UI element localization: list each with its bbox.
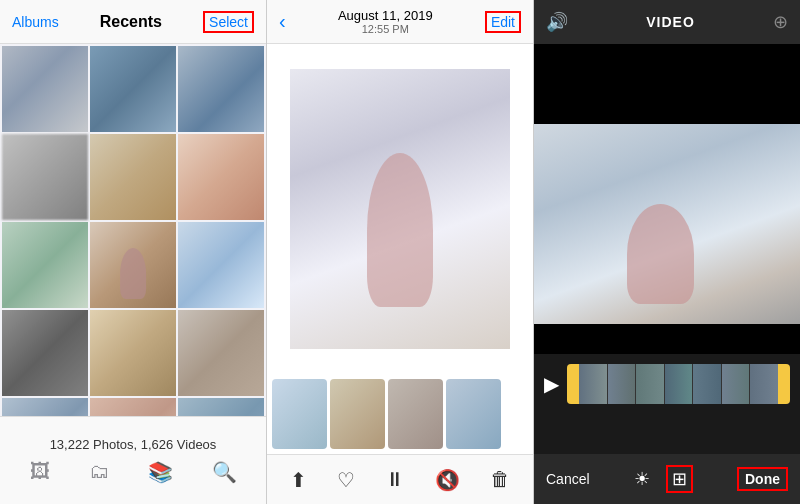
timeline-row: ▶ [544, 364, 790, 404]
photo-thumb-9[interactable] [178, 222, 264, 308]
frame-2 [608, 364, 636, 404]
frame-3 [636, 364, 664, 404]
tab-search[interactable]: 🔍 [212, 460, 237, 484]
tab-photos[interactable]: 🖼 [30, 460, 50, 484]
frame-4 [665, 364, 693, 404]
photos-tab-icon: 🖼 [30, 460, 50, 483]
brightness-icon[interactable]: ☀ [634, 468, 650, 490]
search-tab-icon: 🔍 [212, 460, 237, 484]
video-controls: ▶ [534, 354, 800, 454]
delete-icon[interactable]: 🗑 [490, 468, 510, 491]
pause-icon[interactable]: ⏸ [385, 468, 405, 491]
play-button[interactable]: ▶ [544, 372, 559, 396]
photo-thumb-3[interactable] [178, 46, 264, 132]
panel3-footer: Cancel ☀ ⊞ Done [534, 454, 800, 504]
photo-thumb-11[interactable] [90, 310, 176, 396]
bottom-tabs: 🖼 🗂 📚 🔍 [0, 460, 266, 484]
photo-thumb-13[interactable] [2, 398, 88, 416]
photo-thumb-15[interactable] [178, 398, 264, 416]
cancel-button[interactable]: Cancel [546, 471, 590, 487]
frame-7 [750, 364, 778, 404]
crop-icon[interactable]: ⊞ [666, 465, 693, 493]
mute-icon[interactable]: 🔇 [435, 468, 460, 492]
photo-thumb-12[interactable] [178, 310, 264, 396]
video-editor-panel: 🔊 VIDEO ⊕ ▶ Can [534, 0, 800, 504]
video-preview [534, 124, 800, 324]
photo-thumb-1[interactable] [2, 46, 88, 132]
tab-albums[interactable]: 🗂 [89, 460, 109, 484]
photo-thumb-7[interactable] [2, 222, 88, 308]
favorite-icon[interactable]: ♡ [337, 468, 355, 492]
video-title: VIDEO [646, 14, 695, 30]
photo-thumb-6[interactable] [178, 134, 264, 220]
photo-thumb-2[interactable] [90, 46, 176, 132]
main-photo-image [290, 69, 510, 349]
library-tab-icon: 📚 [148, 460, 173, 484]
video-black-top [534, 44, 800, 124]
photo-thumb-14[interactable] [90, 398, 176, 416]
photo-detail-panel: ‹ August 11, 2019 12:55 PM Edit ⬆ ♡ ⏸ 🔇 … [267, 0, 534, 504]
done-button[interactable]: Done [737, 467, 788, 491]
panel1-header: Albums Recents Select [0, 0, 266, 44]
share-icon[interactable]: ⬆ [290, 468, 307, 492]
timeline-track[interactable] [567, 364, 790, 404]
frame-6 [722, 364, 750, 404]
photo-strip [267, 374, 533, 454]
strip-thumb-2[interactable] [330, 379, 385, 449]
panel1-footer: 13,222 Photos, 1,626 Videos 🖼 🗂 📚 🔍 [0, 416, 266, 504]
photo-thumb-8[interactable] [90, 222, 176, 308]
photos-panel: Albums Recents Select 13,222 Photos, 1,6… [0, 0, 267, 504]
frame-5 [693, 364, 721, 404]
timeline-left-handle[interactable] [567, 364, 579, 404]
select-button[interactable]: Select [203, 11, 254, 33]
photo-thumb-10[interactable] [2, 310, 88, 396]
photo-time: 12:55 PM [338, 23, 433, 35]
tab-library[interactable]: 📚 [148, 460, 173, 484]
albums-back-button[interactable]: Albums [12, 14, 59, 30]
panel1-title: Recents [100, 13, 162, 31]
photo-date: August 11, 2019 [338, 8, 433, 23]
strip-thumb-4[interactable] [446, 379, 501, 449]
albums-tab-icon: 🗂 [89, 460, 109, 483]
photo-main-view[interactable] [267, 44, 533, 374]
frame-1 [579, 364, 607, 404]
photo-date-block: August 11, 2019 12:55 PM [338, 8, 433, 35]
volume-icon[interactable]: 🔊 [546, 11, 568, 33]
settings-icon[interactable]: ⊕ [773, 11, 788, 33]
panel2-header: ‹ August 11, 2019 12:55 PM Edit [267, 0, 533, 44]
photo-thumb-5[interactable] [90, 134, 176, 220]
edit-button[interactable]: Edit [485, 11, 521, 33]
timeline-right-handle[interactable] [778, 364, 790, 404]
video-frame [534, 124, 800, 324]
photo-toolbar: ⬆ ♡ ⏸ 🔇 🗑 [267, 454, 533, 504]
panel3-header: 🔊 VIDEO ⊕ [534, 0, 800, 44]
photo-thumb-4[interactable] [2, 134, 88, 220]
strip-thumb-3[interactable] [388, 379, 443, 449]
photos-grid [0, 44, 266, 416]
timeline-frames [579, 364, 778, 404]
editor-actions: ☀ ⊞ [634, 465, 693, 493]
photos-count: 13,222 Photos, 1,626 Videos [50, 437, 217, 452]
panel2-back-button[interactable]: ‹ [279, 10, 286, 33]
strip-thumb-1[interactable] [272, 379, 327, 449]
video-black-bottom [534, 324, 800, 354]
